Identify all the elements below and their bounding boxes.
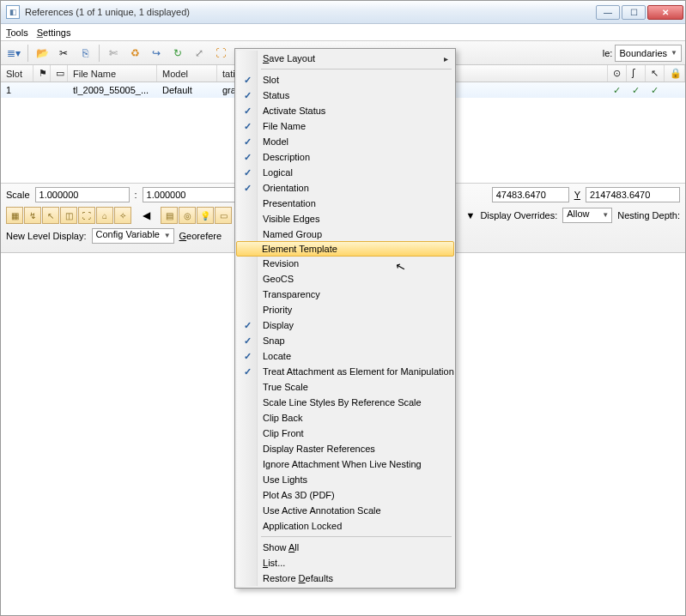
y-label: Y <box>574 190 580 200</box>
duplicate-icon[interactable]: ⎘ <box>76 44 94 63</box>
ctx-clip-back[interactable]: Clip Back <box>237 410 453 426</box>
coord-b[interactable]: 2147483.6470 <box>586 187 680 202</box>
maximize-button[interactable]: ☐ <box>622 5 646 20</box>
cell-check3: ✓ <box>646 85 665 96</box>
ctx-model[interactable]: ✓Model <box>237 134 453 149</box>
ctx-display[interactable]: ✓Display <box>237 317 453 333</box>
hilite-dropdown[interactable]: Boundaries▼ <box>615 45 682 62</box>
ctx-revision[interactable]: Revision <box>237 256 453 271</box>
toggle-5[interactable]: ⛶ <box>78 207 95 224</box>
cell-model: Default <box>157 85 217 95</box>
list-icon[interactable]: ≣▾ <box>4 44 23 63</box>
ctx-visible-edges[interactable]: Visible Edges <box>237 211 453 226</box>
copy-icon[interactable]: ↪ <box>147 44 166 63</box>
col-flag-icon[interactable]: ⚑ <box>33 65 51 82</box>
cell-filename: tl_2009_55005_... <box>68 85 157 95</box>
col-arrow-icon[interactable]: ↖ <box>646 65 665 82</box>
ctx-status[interactable]: ✓Status <box>237 88 453 103</box>
toggle-6[interactable]: ⌂ <box>96 207 113 224</box>
move-icon[interactable]: ♻ <box>125 44 144 63</box>
ctx-element-template[interactable]: Element Template <box>236 241 454 257</box>
cell-check2: ✓ <box>627 85 646 96</box>
minimize-button[interactable]: — <box>596 5 620 20</box>
config-dropdown[interactable]: Config Variable▼ <box>92 228 174 244</box>
arrow-left-icon[interactable]: ◀ <box>137 206 155 225</box>
toggle-buttons: ▦ ↯ ↖ ◫ ⛶ ⌂ ✧ <box>6 207 131 224</box>
ctx-geocs[interactable]: GeoCS <box>237 271 453 287</box>
col-slot[interactable]: Slot <box>1 65 33 82</box>
ctx-save-layout[interactable]: Save Layout▸ <box>237 51 453 66</box>
ctx-plot-3d[interactable]: Plot As 3D (PDF) <box>237 487 453 503</box>
combo-arrow-icon[interactable]: ▼ <box>465 210 475 220</box>
scale-colon: : <box>135 190 137 200</box>
ctx-orientation[interactable]: ✓Orientation <box>237 180 453 196</box>
col-model[interactable]: Model <box>157 65 217 82</box>
ctx-application-locked[interactable]: Application Locked <box>237 518 453 534</box>
ctx-file-name[interactable]: ✓File Name <box>237 118 453 134</box>
context-menu: Save Layout▸ ✓Slot ✓Status ✓Activate Sta… <box>234 48 456 589</box>
ctx-presentation[interactable]: Presentation <box>237 196 453 211</box>
scale-b[interactable]: 1.000000 <box>143 187 237 202</box>
toggle-4[interactable]: ◫ <box>60 207 77 224</box>
col-doc-icon[interactable]: ▭ <box>51 65 68 82</box>
app-icon: ◧ <box>6 5 20 19</box>
display-overrides-label: Display Overrides: <box>480 210 557 220</box>
nesting-label: Nesting Depth: <box>617 210 680 220</box>
ctx-scale-line-styles[interactable]: Scale Line Styles By Reference Scale <box>237 395 453 410</box>
ctx-use-lights[interactable]: Use Lights <box>237 472 453 487</box>
ctx-named-group[interactable]: Named Group <box>237 226 453 242</box>
col-lock-icon[interactable]: 🔒 <box>665 65 685 82</box>
col-dot-icon[interactable]: ⊙ <box>608 65 627 82</box>
attach-icon[interactable]: 📂 <box>33 44 52 63</box>
ctx-restore-defaults[interactable]: Restore Defaults <box>237 571 453 586</box>
close-button[interactable]: ✕ <box>647 5 683 20</box>
hilite-label: le: <box>603 48 613 58</box>
ctx-ignore-attachment[interactable]: Ignore Attachment When Live Nesting <box>237 456 453 472</box>
toggle-10[interactable]: 💡 <box>197 207 214 224</box>
ctx-description[interactable]: ✓Description <box>237 149 453 165</box>
toggle-3[interactable]: ↖ <box>42 207 59 224</box>
scale-icon[interactable]: ⤢ <box>190 44 209 63</box>
ctx-slot[interactable]: ✓Slot <box>237 72 453 88</box>
col-snap-icon[interactable]: ʃ <box>627 65 646 82</box>
cell-slot: 1 <box>1 85 33 95</box>
ctx-show-all[interactable]: Show All <box>237 540 453 555</box>
scissors-icon[interactable]: ✄ <box>104 44 123 63</box>
rotate-icon[interactable]: ↻ <box>168 44 187 63</box>
mirror-icon[interactable]: ⛶ <box>211 44 230 63</box>
ctx-snap[interactable]: ✓Snap <box>237 333 453 348</box>
toggle-2[interactable]: ↯ <box>24 207 41 224</box>
scale-a[interactable]: 1.000000 <box>35 187 130 202</box>
coord-a[interactable]: 47483.6470 <box>492 187 569 202</box>
ctx-list[interactable]: List... <box>237 555 453 571</box>
menubar: Tools Settings <box>1 24 685 41</box>
window-title: References (1 of 1 unique, 1 displayed) <box>25 7 591 17</box>
toggle-8[interactable]: ▤ <box>161 207 178 224</box>
ctx-locate[interactable]: ✓Locate <box>237 348 453 364</box>
ctx-true-scale[interactable]: True Scale <box>237 379 453 395</box>
ctx-transparency[interactable]: Transparency <box>237 287 453 302</box>
toggle-9[interactable]: ◎ <box>179 207 196 224</box>
toggle-11[interactable]: ▭ <box>215 207 232 224</box>
menu-tools[interactable]: Tools <box>6 27 28 38</box>
toggle-7[interactable]: ✧ <box>114 207 131 224</box>
scale-label: Scale <box>6 190 30 200</box>
ctx-annotation-scale[interactable]: Use Active Annotation Scale <box>237 503 453 518</box>
col-filename[interactable]: File Name <box>68 65 157 82</box>
ctx-logical[interactable]: ✓Logical <box>237 165 453 180</box>
ctx-clip-front[interactable]: Clip Front <box>237 426 453 441</box>
allow-dropdown[interactable]: Allow▼ <box>562 208 612 223</box>
georef-label: Georefere <box>179 231 222 241</box>
ctx-display-raster[interactable]: Display Raster References <box>237 441 453 456</box>
ctx-activate-status[interactable]: ✓Activate Status <box>237 103 453 118</box>
ctx-treat-attachment[interactable]: ✓Treat Attachment as Element for Manipul… <box>237 364 453 379</box>
cut-icon[interactable]: ✂ <box>54 44 73 63</box>
ctx-priority[interactable]: Priority <box>237 302 453 317</box>
toggle-1[interactable]: ▦ <box>6 207 23 224</box>
menu-settings[interactable]: Settings <box>37 27 71 38</box>
cell-check1: ✓ <box>608 85 627 96</box>
titlebar: ◧ References (1 of 1 unique, 1 displayed… <box>1 1 685 24</box>
newlevel-label: New Level Display: <box>6 231 87 241</box>
